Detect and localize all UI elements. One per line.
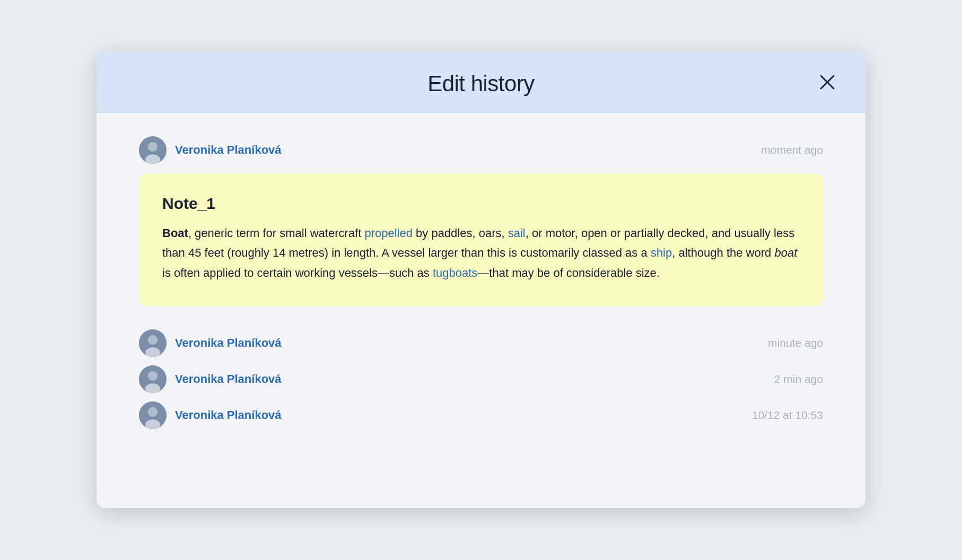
user-name-1: Veronika Planíková [175,143,282,157]
user-name-4: Veronika Planíková [175,408,282,422]
svg-point-5 [148,142,158,152]
user-name-2: Veronika Planíková [175,336,282,350]
note-link-propelled[interactable]: propelled [364,226,413,240]
modal-body: Veronika Planíková moment ago Note_1 Boa… [97,113,865,508]
entry-user-4: Veronika Planíková [139,401,282,429]
svg-point-9 [148,335,158,345]
note-italic-boat: boat [774,246,797,259]
entry-user-3: Veronika Planíková [139,365,282,393]
entry-user-2: Veronika Planíková [139,329,282,357]
timestamp-3: 2 min ago [774,373,823,386]
note-title: Note_1 [162,195,800,213]
avatar-1 [139,136,167,164]
timestamp-4: 10/12 at 10:53 [752,409,823,422]
note-bold-boat: Boat [162,226,188,240]
entry-user-1: Veronika Planíková [139,136,282,164]
note-link-ship[interactable]: ship [651,246,672,259]
timestamp-2: minute ago [768,337,823,349]
note-link-sail[interactable]: sail [508,226,526,240]
user-name-3: Veronika Planíková [175,372,282,386]
entry-row-4: Veronika Planíková 10/12 at 10:53 [139,401,823,429]
avatar-3 [139,365,167,393]
avatar-2 [139,329,167,357]
avatar-4 [139,401,167,429]
modal-header: Edit history [97,52,865,113]
close-button[interactable] [815,69,840,95]
modal-title: Edit history [427,71,535,97]
entry-row-1: Veronika Planíková moment ago [139,136,823,164]
svg-point-17 [148,407,158,417]
close-icon [818,73,837,92]
timestamp-1: moment ago [761,144,823,156]
note-link-tugboats[interactable]: tugboats [433,266,477,279]
entry-row-2: Veronika Planíková minute ago [139,329,823,357]
entry-row-3: Veronika Planíková 2 min ago [139,365,823,393]
svg-point-13 [148,371,158,381]
note-body: Boat, generic term for small watercraft … [162,223,800,283]
edit-history-modal: Edit history Veronika Planíkov [97,52,865,508]
note-card: Note_1 Boat, generic term for small wate… [139,173,823,306]
